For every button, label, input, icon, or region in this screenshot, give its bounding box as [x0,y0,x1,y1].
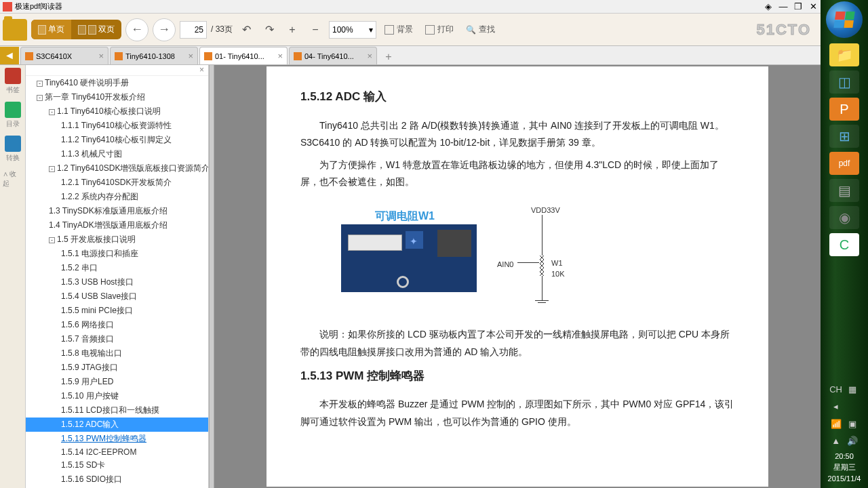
skin-icon[interactable]: ◈ [761,1,776,13]
outline-item[interactable]: -第一章 Tiny6410开发板介绍 [26,90,208,104]
taskbar-explorer-icon[interactable]: 📁 [829,43,859,66]
outline-item[interactable]: 1.5.11 LCD接口和一线触摸 [26,403,208,418]
collapse-tool[interactable]: ∧ 收起 [3,169,23,188]
paragraph: Tiny6410 总共引出 2 路 A/D(模数转换)转换通道，其中 AIN0 … [300,117,734,151]
clock-date: 2015/11/4 [823,473,866,485]
outline-item[interactable]: 1.5.7 音频接口 [26,332,208,346]
undo-icon[interactable]: ↶ [237,20,256,39]
zoom-out-button[interactable]: − [306,20,325,39]
close-button[interactable]: ✕ [806,1,821,13]
network-icon[interactable]: 📶 [829,418,842,431]
open-file-button[interactable] [3,19,27,41]
outline-item[interactable]: 1.5.4 USB Slave接口 [26,289,208,304]
outline-item[interactable]: 1.1.1 Tiny6410核心板资源特性 [26,119,208,133]
clock-time[interactable]: 20:50 [823,451,866,462]
convert-tool[interactable]: 转换 [3,136,23,163]
maximize-button[interactable]: ❐ [791,1,806,13]
outline-item[interactable]: -Tiny6410 硬件说明手册 [26,76,208,90]
outline-item[interactable]: 1.5.5 mini PCIe接口 [26,304,208,318]
outline-item[interactable]: 1.5.8 电视输出口 [26,346,208,361]
outline-item[interactable]: 1.5.14 I2C-EEPROM [26,446,208,458]
taskbar-vm-icon[interactable]: ◫ [829,70,859,94]
outline-item[interactable]: 1.5.9 JTAG接口 [26,361,208,375]
toolbar: 单页 双页 ← → / 33页 ↶ ↷ + − 100%▾ 背景 打印 🔍查找 … [0,14,821,46]
tray-up-icon[interactable]: ▲ [829,434,842,448]
double-page-button[interactable]: 双页 [71,20,121,39]
start-button[interactable] [826,1,863,38]
redo-icon[interactable]: ↷ [260,20,279,39]
schematic: VDD33V AIN0 W1 10K [497,204,592,312]
outline-item[interactable]: 1.4 TinyADK增强版通用底板介绍 [26,218,208,232]
outline-item[interactable]: -1.5 开发底板接口说明 [26,232,208,247]
search-button[interactable]: 🔍查找 [462,21,499,38]
outline-item[interactable]: -1.2 Tiny6410SDK增强版底板接口资源简介 [26,161,208,176]
taskbar-app-icon[interactable]: ⊞ [829,125,859,148]
tab-2[interactable]: 01- Tiny6410...× [199,47,288,64]
next-page-button[interactable]: → [153,18,176,41]
close-icon[interactable]: × [98,51,104,61]
side-tools: 书签 目录 转换 ∧ 收起 [0,65,26,488]
brand-watermark: 51CTO [756,21,818,39]
outline-item[interactable]: 1.5.10 用户按键 [26,389,208,403]
titlebar: 极速pdf阅读器 ◈ — ❐ ✕ [0,0,821,14]
back-tab-button[interactable]: ◄ [0,47,19,64]
splitter[interactable] [209,65,214,488]
toc-tool[interactable]: 目录 [3,102,23,129]
tab-3[interactable]: 04- Tiny6410...× [289,47,377,64]
outline-item[interactable]: -1.1 Tiny6410核心板接口说明 [26,104,208,119]
single-page-button[interactable]: 单页 [31,20,71,39]
outline-item[interactable]: 1.5.13 PWM控制蜂鸣器 [26,432,208,446]
taskbar-app4-icon[interactable]: C [829,233,859,256]
paragraph: 本开发板的蜂鸣器 Buzzer 是通过 PWM 控制的，原理图如下所示，其中 P… [300,396,734,430]
close-icon[interactable]: × [188,51,193,61]
tray-arrow-icon[interactable]: ◂ [829,400,842,413]
outline-item[interactable]: 1.5.1 电源接口和插座 [26,247,208,261]
taskbar-app3-icon[interactable]: ◉ [829,206,859,229]
tray-app-icon[interactable]: ▣ [846,418,859,431]
document-area[interactable]: 1.5.12 ADC 输入 Tiny6410 总共引出 2 路 A/D(模数转换… [214,65,821,488]
close-icon[interactable]: × [277,51,283,61]
volume-icon[interactable]: 🔊 [846,434,859,448]
outline-item[interactable]: 1.3 TinySDK标准版通用底板介绍 [26,204,208,218]
outline-item[interactable]: 1.5.2 串口 [26,261,208,275]
close-icon[interactable]: × [367,51,372,61]
taskbar-app2-icon[interactable]: ▤ [829,179,859,202]
zoom-select[interactable]: 100%▾ [329,21,376,39]
lang-indicator[interactable]: CH [829,383,842,396]
prev-page-button[interactable]: ← [125,18,149,41]
zoom-in-button[interactable]: + [283,20,302,39]
outline-item[interactable]: 1.2.2 系统内存分配图 [26,190,208,204]
outline-item[interactable]: 1.2.1 Tiny6410SDK开发板简介 [26,176,208,190]
outline-tree: -Tiny6410 硬件说明手册-第一章 Tiny6410开发板介绍-1.1 T… [26,76,208,488]
tab-bar: ◄ S3C6410X× Tiny6410-1308× 01- Tiny6410.… [0,46,821,65]
outline-item[interactable]: 1.1.2 Tiny6410核心板引脚定义 [26,133,208,147]
outline-item[interactable]: 1.5.12 ADC输入 [26,418,208,432]
taskbar-pdf-icon[interactable]: pdf [829,152,859,175]
taskbar-ppt-icon[interactable]: P [829,98,859,121]
outline-close-button[interactable]: × [26,65,208,76]
page-total: / 33页 [211,24,233,35]
outline-item[interactable]: 1.1.3 机械尺寸图 [26,147,208,161]
tray-icon[interactable]: ▦ [846,383,859,396]
print-button[interactable]: 打印 [421,21,458,38]
figure: 可调电阻W1 VDD33V AIN0 W1 10K [341,204,734,312]
heading-pwm: 1.5.13 PWM 控制蜂鸣器 [300,366,734,387]
page-input[interactable] [180,21,207,39]
outline-item[interactable]: 1.5.16 SDIO接口 [26,472,208,487]
outline-item[interactable]: 1.5.9 用户LED [26,375,208,389]
background-button[interactable]: 背景 [380,21,417,38]
bookmark-tool[interactable]: 书签 [3,68,23,95]
tab-1[interactable]: Tiny6410-1308× [110,47,198,64]
pdf-page: 1.5.12 ADC 输入 Tiny6410 总共引出 2 路 A/D(模数转换… [267,66,768,487]
windows-taskbar: 📁 ◫ P ⊞ pdf ▤ ◉ C CH▦ ◂ 📶▣ ▲🔊 20:50 星期三 … [821,0,868,488]
tab-0[interactable]: S3C6410X× [20,47,108,64]
new-tab-button[interactable]: + [381,49,396,64]
window-title: 极速pdf阅读器 [15,1,62,12]
system-tray[interactable]: CH▦ ◂ 📶▣ ▲🔊 20:50 星期三 2015/11/4 [821,376,867,489]
clock-day: 星期三 [823,462,866,473]
heading-adc: 1.5.12 ADC 输入 [300,87,734,108]
outline-item[interactable]: 1.5.15 SD卡 [26,458,208,472]
outline-item[interactable]: 1.5.3 USB Host接口 [26,275,208,289]
minimize-button[interactable]: — [776,1,791,13]
outline-item[interactable]: 1.5.6 网络接口 [26,318,208,332]
